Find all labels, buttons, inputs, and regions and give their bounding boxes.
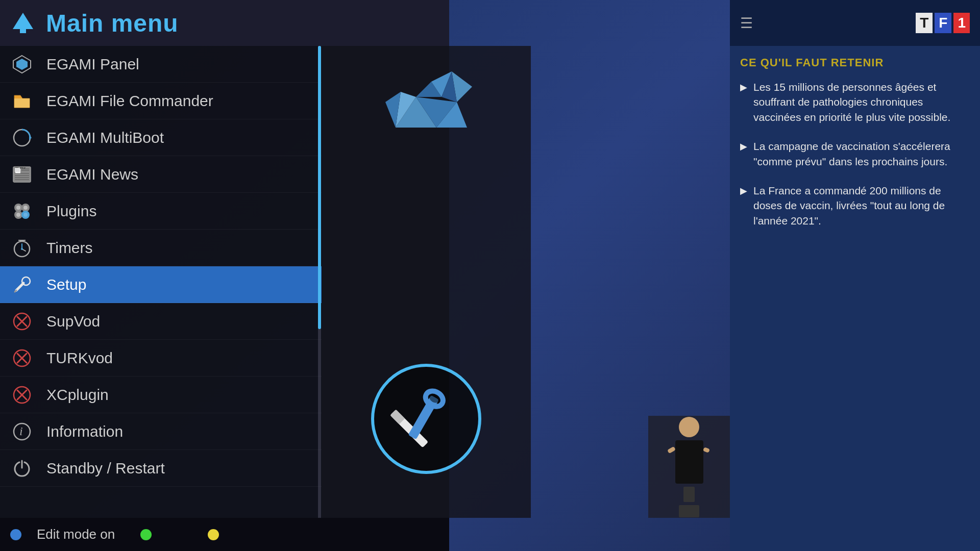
tf1-bullet-text-2: La campagne de vaccination s'accélerera … [753, 139, 970, 169]
tf1-section-title: CE QU'IL FAUT RETENIR [740, 56, 970, 69]
tf1-header: ☰ T F 1 [730, 0, 980, 46]
preview-scrollbar-thumb [318, 46, 321, 329]
status-dot-green [140, 529, 152, 540]
egami-file-commander-icon [10, 89, 34, 113]
menu-item-xcplugin[interactable]: XCplugin [0, 377, 322, 413]
tf1-bullet-item-3: ▶ La France a commandé 200 millions de d… [740, 183, 970, 228]
egami-panel-icon [10, 53, 34, 76]
svg-text:i: i [19, 424, 23, 438]
egami-multiboot-icon [10, 126, 34, 149]
svg-point-29 [21, 248, 23, 250]
preview-panel [322, 46, 531, 518]
svg-point-24 [23, 213, 28, 217]
menu-title: Main menu [46, 9, 179, 37]
svg-point-21 [16, 206, 20, 210]
svg-rect-10 [15, 168, 20, 172]
header-arrow-icon [10, 10, 36, 36]
edit-mode-label: Edit mode on [37, 527, 115, 542]
menu-item-plugins[interactable]: Plugins [0, 193, 322, 230]
plugins-icon [10, 199, 34, 223]
menu-item-supvod[interactable]: SupVod [0, 303, 322, 340]
menu-item-egami-multiboot-label: EGAMI MultiBoot [46, 129, 164, 146]
menu-item-timers-label: Timers [46, 239, 93, 257]
tf1-bullet-arrow-3: ▶ [740, 185, 747, 228]
tf1-bullet-item-1: ▶ Les 15 millions de personnes âgées et … [740, 80, 970, 124]
menu-item-egami-file-commander[interactable]: EGAMI File Commander [0, 83, 322, 119]
menu-item-information[interactable]: i Information [0, 413, 322, 450]
tf1-bullet-arrow-1: ▶ [740, 81, 747, 124]
svg-point-23 [16, 213, 20, 217]
menu-item-timers[interactable]: Timers [0, 230, 322, 266]
tf1-bullet-text-1: Les 15 millions de personnes âgées et so… [753, 80, 970, 124]
menu-item-xcplugin-label: XCplugin [46, 386, 109, 404]
svg-point-22 [23, 206, 28, 210]
tf1-logo-1: 1 [953, 13, 970, 33]
menu-item-standby-restart[interactable]: Standby / Restart [0, 450, 322, 487]
menu-item-supvod-label: SupVod [46, 313, 100, 330]
menu-item-standby-restart-label: Standby / Restart [46, 460, 165, 477]
menu-item-setup[interactable]: Setup [0, 266, 322, 303]
menu-item-turkvod[interactable]: TURKvod [0, 340, 322, 377]
tf1-logo: T F 1 [916, 13, 970, 33]
preview-scrollbar [318, 46, 321, 518]
status-bar: Edit mode on [0, 518, 449, 551]
menu-item-setup-label: Setup [46, 276, 86, 293]
menu-list: EGAMI Panel EGAMI File Commander EGAM [0, 46, 322, 487]
supvod-icon [10, 310, 34, 333]
menu-item-egami-panel[interactable]: EGAMI Panel [0, 46, 322, 83]
menu-item-egami-multiboot[interactable]: EGAMI MultiBoot [0, 119, 322, 156]
tf1-bullet-arrow-2: ▶ [740, 140, 747, 169]
menu-item-plugins-label: Plugins [46, 203, 96, 220]
tf1-sidebar: ☰ T F 1 CE QU'IL FAUT RETENIR ▶ Les 15 m… [730, 0, 980, 551]
menu-item-turkvod-label: TURKvod [46, 349, 113, 367]
tf1-bullet-item-2: ▶ La campagne de vaccination s'accélerer… [740, 139, 970, 169]
interpreter-panel [648, 416, 730, 518]
menu-item-egami-file-commander-label: EGAMI File Commander [46, 92, 213, 110]
egami-news-icon: NEWS [10, 163, 34, 186]
tf1-logo-f: F [935, 13, 951, 33]
svg-line-30 [16, 283, 23, 290]
svg-point-31 [22, 277, 30, 285]
svg-rect-1 [20, 29, 26, 33]
bird-logo [370, 61, 482, 143]
xcplugin-icon [10, 383, 34, 407]
turkvod-icon [10, 346, 34, 370]
standby-restart-icon [10, 457, 34, 480]
timers-icon [10, 236, 34, 260]
tf1-logo-t: T [916, 13, 933, 33]
tf1-bullet-list: ▶ Les 15 millions de personnes âgées et … [740, 80, 970, 228]
status-dot-blue [10, 529, 21, 540]
menu-item-egami-news-label: EGAMI News [46, 166, 138, 183]
menu-item-egami-panel-label: EGAMI Panel [46, 56, 139, 73]
menu-item-egami-news[interactable]: NEWS EGAMI News [0, 156, 322, 193]
svg-marker-3 [16, 59, 28, 70]
menu-header: Main menu [0, 0, 449, 46]
setup-icon [10, 273, 34, 296]
status-dot-yellow [208, 529, 219, 540]
tf1-bullet-text-3: La France a commandé 200 millions de dos… [753, 183, 970, 228]
svg-marker-0 [13, 13, 33, 29]
information-icon: i [10, 420, 34, 443]
svg-line-32 [15, 290, 16, 292]
tf1-content: CE QU'IL FAUT RETENIR ▶ Les 15 millions … [730, 46, 980, 551]
tf1-menu-lines-icon: ☰ [740, 15, 753, 32]
menu-item-information-label: Information [46, 423, 123, 440]
setup-tools-icon [370, 363, 482, 475]
